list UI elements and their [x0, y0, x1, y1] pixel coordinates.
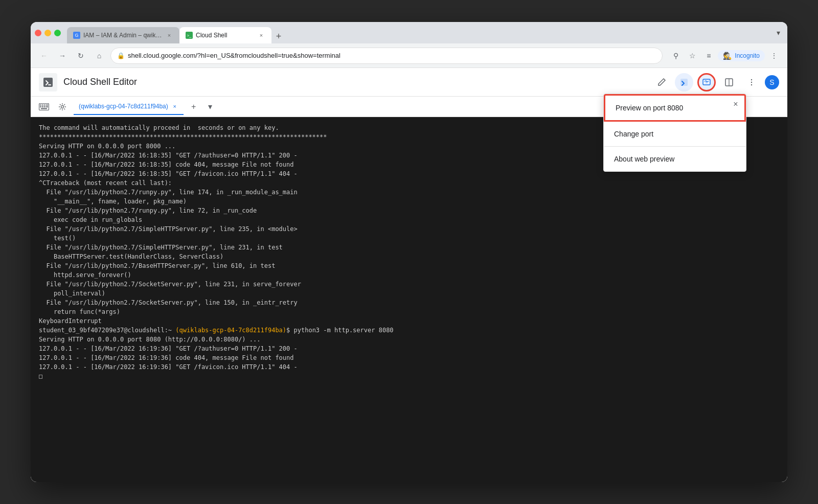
- tab-label-iam: IAM – IAM & Admin – qwiklabs...: [83, 32, 162, 39]
- traffic-lights: [35, 30, 61, 36]
- tab-favicon-iam: G: [73, 32, 80, 39]
- more-button[interactable]: ⋮: [767, 49, 781, 63]
- url-text: shell.cloud.google.com/?hl=en_US&fromclo…: [128, 52, 340, 59]
- web-preview-dropdown: × Preview on port 8080 Change port About…: [603, 94, 746, 172]
- settings-button[interactable]: [55, 100, 70, 114]
- tab-close-iam[interactable]: ×: [165, 31, 173, 39]
- add-terminal-button[interactable]: +: [188, 101, 200, 113]
- svg-point-7: [751, 79, 752, 80]
- svg-rect-16: [42, 106, 43, 107]
- search-button[interactable]: ⚲: [669, 49, 683, 63]
- terminal-prompt-user: student_03_9bf407209e37@cloudshell:~: [39, 327, 175, 334]
- tab-close-shell[interactable]: ×: [257, 31, 265, 39]
- tab-favicon-shell: >_: [186, 32, 193, 39]
- title-bar: G IAM – IAM & Admin – qwiklabs... × >_ C…: [31, 22, 787, 43]
- back-button[interactable]: ←: [37, 49, 51, 63]
- refresh-button[interactable]: ↻: [74, 49, 88, 63]
- terminal-tab-label: (qwiklabs-gcp-04-7c8d211f94ba): [79, 103, 168, 110]
- forward-button[interactable]: →: [55, 49, 70, 63]
- editor-toolbar: Cloud Shell Editor: [31, 68, 787, 97]
- editor-actions: S: [652, 73, 779, 91]
- svg-point-8: [751, 81, 752, 82]
- svg-point-4: [706, 81, 708, 83]
- tab-label-shell: Cloud Shell: [196, 32, 254, 39]
- close-traffic-light[interactable]: [35, 30, 41, 36]
- tab-iam[interactable]: G IAM – IAM & Admin – qwiklabs... ×: [67, 27, 179, 43]
- incognito-badge: 🕵 Incognito: [718, 50, 765, 61]
- browser-actions: ⚲ ☆ ≡ 🕵 Incognito ⋮: [669, 49, 781, 63]
- incognito-label: Incognito: [735, 52, 760, 59]
- terminal-prompt-command: $ python3 -m http.server 8080: [286, 327, 394, 334]
- terminal-cursor: □: [39, 373, 42, 380]
- minimize-traffic-light[interactable]: [44, 30, 51, 36]
- url-bar[interactable]: 🔒 shell.cloud.google.com/?hl=en_US&fromc…: [110, 48, 663, 64]
- browser-tabs-dropdown[interactable]: ▾: [773, 26, 783, 40]
- keyboard-button[interactable]: [37, 100, 51, 114]
- svg-point-9: [751, 84, 752, 85]
- terminal-tab-close-button[interactable]: ×: [171, 103, 178, 110]
- home-button[interactable]: ⌂: [92, 49, 106, 63]
- terminal-tabs-dropdown[interactable]: ▾: [204, 101, 216, 113]
- address-bar: ← → ↻ ⌂ 🔒 shell.cloud.google.com/?hl=en_…: [31, 43, 787, 68]
- editor-title: Cloud Shell Editor: [63, 77, 137, 87]
- bookmark-button[interactable]: ☆: [685, 49, 699, 63]
- profile-button[interactable]: ≡: [701, 49, 716, 63]
- svg-rect-13: [44, 104, 46, 105]
- svg-point-20: [61, 105, 64, 108]
- svg-rect-19: [41, 108, 47, 109]
- tabs-area: G IAM – IAM & Admin – qwiklabs... × >_ C…: [67, 22, 769, 43]
- terminal-tab-main[interactable]: (qwiklabs-gcp-04-7c8d211f94ba) ×: [74, 99, 184, 115]
- dropdown-close-button[interactable]: ×: [730, 98, 742, 110]
- layout-button[interactable]: [720, 73, 738, 91]
- more-editor-button[interactable]: [742, 73, 761, 91]
- terminal-prompt-project: (qwiklabs-gcp-04-7c8d211f94ba): [175, 327, 286, 334]
- about-preview-item[interactable]: About web preview: [604, 147, 746, 171]
- svg-rect-11: [40, 104, 41, 105]
- preview-port-item[interactable]: Preview on port 8080: [604, 94, 746, 122]
- svg-rect-18: [46, 106, 48, 107]
- terminal: The command will automatically proceed i…: [31, 117, 787, 482]
- editor-logo: [39, 73, 57, 91]
- svg-rect-15: [40, 106, 41, 107]
- edit-button[interactable]: [652, 73, 671, 91]
- svg-rect-14: [46, 104, 48, 105]
- maximize-traffic-light[interactable]: [54, 30, 61, 36]
- change-port-item[interactable]: Change port: [604, 122, 746, 147]
- svg-rect-12: [42, 104, 43, 105]
- user-avatar[interactable]: S: [765, 75, 779, 89]
- svg-rect-2: [680, 79, 688, 86]
- web-preview-button[interactable]: [697, 73, 716, 91]
- new-tab-button[interactable]: +: [271, 29, 286, 43]
- browser-window: G IAM – IAM & Admin – qwiklabs... × >_ C…: [31, 22, 787, 482]
- svg-rect-17: [44, 106, 46, 107]
- lock-icon: 🔒: [117, 52, 125, 59]
- app-area: Cloud Shell Editor: [31, 68, 787, 482]
- tab-shell[interactable]: >_ Cloud Shell ×: [179, 27, 271, 43]
- terminal-button[interactable]: [675, 73, 693, 91]
